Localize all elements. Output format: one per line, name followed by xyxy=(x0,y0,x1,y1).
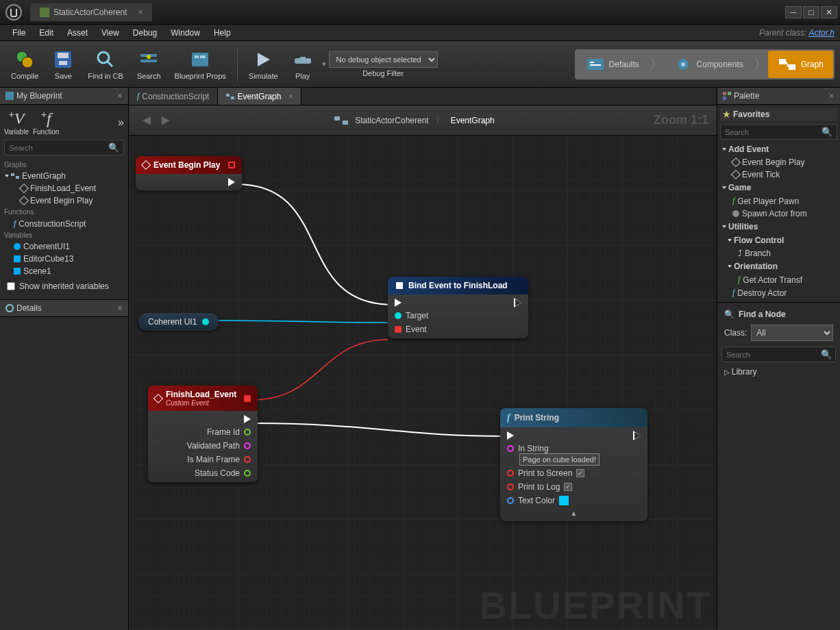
output-pin[interactable] xyxy=(244,456,251,463)
menu-help[interactable]: Help xyxy=(207,25,238,40)
text-color-pin[interactable] xyxy=(507,497,514,504)
output-pin[interactable] xyxy=(244,442,251,449)
graph-tab[interactable]: Graph xyxy=(768,51,833,78)
close-icon[interactable]: × xyxy=(117,303,123,314)
delegate-pin[interactable] xyxy=(228,162,235,168)
expand-icon[interactable]: » xyxy=(118,116,124,129)
minimize-button[interactable]: ─ xyxy=(785,6,802,18)
find-search-input[interactable] xyxy=(726,351,821,359)
graph-canvas[interactable]: Event Begin Play Coherent UI1 Bind Event… xyxy=(129,136,717,630)
menu-file[interactable]: File xyxy=(5,25,32,40)
exec-out-pin[interactable] xyxy=(228,178,235,186)
construction-tab[interactable]: f ConstructionScript xyxy=(129,88,218,105)
construction-script-item[interactable]: fConstructionScript xyxy=(4,217,124,230)
eventgraph-tab[interactable]: EventGraph × xyxy=(218,88,301,105)
exec-in-pin[interactable] xyxy=(507,431,514,440)
print-screen-checkbox[interactable]: ✓ xyxy=(576,469,584,477)
class-select[interactable]: All xyxy=(751,325,833,341)
props-button[interactable]: Blueprint Props xyxy=(169,46,232,83)
simulate-button[interactable]: Simulate xyxy=(243,46,284,83)
breadcrumb-root[interactable]: StaticActorCoherent xyxy=(355,116,428,125)
add-variable-button[interactable]: +V Variable xyxy=(4,109,29,136)
maximize-button[interactable]: □ xyxy=(803,6,819,18)
compile-button[interactable]: Compile xyxy=(5,46,44,83)
search-button[interactable]: Search xyxy=(132,46,166,83)
event-graph-item[interactable]: EventGraph xyxy=(4,170,124,182)
branch-item[interactable]: ⤴Branch xyxy=(720,247,837,260)
back-button[interactable]: ◄ xyxy=(137,111,156,130)
palette-tab[interactable]: Palette × xyxy=(717,88,840,105)
var-output-pin[interactable] xyxy=(202,318,209,325)
play-dropdown-icon[interactable]: ▾ xyxy=(322,60,326,68)
palette-search-input[interactable] xyxy=(725,128,822,136)
get-player-pawn-item[interactable]: fGet Player Pawn xyxy=(720,194,837,207)
breadcrumb-leaf[interactable]: EventGraph xyxy=(451,116,495,125)
node-event-begin-play[interactable]: Event Begin Play xyxy=(136,156,242,190)
add-function-button[interactable]: +f Function xyxy=(33,109,59,136)
save-button[interactable]: Save xyxy=(47,46,79,83)
finishload-event-item[interactable]: FinishLoad_Event xyxy=(4,182,124,194)
debug-object-select[interactable]: No debug object selected xyxy=(329,51,438,68)
show-inherited-row[interactable]: Show inherited variables xyxy=(4,277,124,295)
details-tab[interactable]: Details × xyxy=(0,300,128,317)
node-finishload-event[interactable]: FinishLoad_Event Custom Event Frame Id V… xyxy=(148,386,258,482)
components-tab[interactable]: Components xyxy=(664,51,753,78)
in-string-input[interactable]: Page on cube loaded! xyxy=(519,453,600,466)
close-icon[interactable]: × xyxy=(288,92,293,101)
output-pin[interactable] xyxy=(244,470,251,477)
event-begin-play-item[interactable]: Event Begin Play xyxy=(4,194,124,207)
flow-control-section[interactable]: Flow Control xyxy=(720,234,837,247)
find-search[interactable]: 🔍 xyxy=(721,346,836,362)
collapse-icon[interactable]: ▲ xyxy=(507,509,641,517)
search-box[interactable]: 🔍 xyxy=(4,140,124,155)
exec-in-pin[interactable] xyxy=(395,299,402,307)
parent-class-link[interactable]: Actor.h xyxy=(808,28,835,38)
event-tick-item[interactable]: Event Tick xyxy=(720,168,837,181)
delegate-pin[interactable] xyxy=(244,395,251,402)
utilities-section[interactable]: Utilities xyxy=(720,220,837,234)
menu-asset[interactable]: Asset xyxy=(60,25,95,40)
title-tab[interactable]: StaticActorCoherent × xyxy=(30,3,152,21)
print-log-checkbox[interactable]: ✓ xyxy=(564,483,572,491)
get-transform-item[interactable]: fGet Actor Transf xyxy=(720,273,837,286)
event-begin-play-item[interactable]: Event Begin Play xyxy=(720,156,837,168)
print-screen-pin[interactable] xyxy=(507,470,514,477)
palette-search[interactable]: 🔍 xyxy=(720,124,837,140)
destroy-actor-item[interactable]: fDestroy Actor xyxy=(720,286,837,299)
close-icon[interactable]: × xyxy=(117,90,123,101)
exec-out-pin[interactable] xyxy=(515,299,521,307)
tab-close-icon[interactable]: × xyxy=(138,8,143,17)
close-button[interactable]: ✕ xyxy=(821,6,837,18)
close-icon[interactable]: × xyxy=(829,90,835,101)
print-log-pin[interactable] xyxy=(507,483,514,490)
event-pin[interactable] xyxy=(395,326,402,333)
play-button[interactable]: Play xyxy=(286,46,319,83)
target-pin[interactable] xyxy=(395,312,402,319)
in-string-pin[interactable] xyxy=(507,445,514,452)
node-print-string[interactable]: f Print String In String Page on cube lo… xyxy=(500,408,647,521)
var-scene[interactable]: Scene1 xyxy=(4,265,124,277)
node-coherent-var[interactable]: Coherent UI1 xyxy=(138,313,219,331)
library-item[interactable]: ▷ Library xyxy=(721,365,836,379)
show-inherited-checkbox[interactable] xyxy=(7,282,15,290)
add-event-section[interactable]: Add Event xyxy=(720,142,837,156)
forward-button[interactable]: ► xyxy=(156,111,175,130)
menu-edit[interactable]: Edit xyxy=(32,25,60,40)
exec-out-pin[interactable] xyxy=(634,431,641,440)
search-input[interactable] xyxy=(9,144,108,152)
exec-out-pin[interactable] xyxy=(244,415,251,423)
menu-view[interactable]: View xyxy=(95,25,126,40)
my-blueprint-tab[interactable]: My Blueprint × xyxy=(0,88,128,105)
menu-debug[interactable]: Debug xyxy=(126,25,164,40)
var-coherent[interactable]: CoherentUI1 xyxy=(4,240,124,253)
menu-window[interactable]: Window xyxy=(164,25,207,40)
spawn-actor-item[interactable]: Spawn Actor from xyxy=(720,207,837,220)
orientation-section[interactable]: Orientation xyxy=(720,260,837,273)
text-color-swatch[interactable] xyxy=(559,496,569,505)
find-button[interactable]: Find in CB xyxy=(82,46,128,83)
output-pin[interactable] xyxy=(244,429,251,436)
defaults-tab[interactable]: Defaults xyxy=(576,51,649,78)
game-section[interactable]: Game xyxy=(720,181,837,194)
favorites-section[interactable]: ★ Favorites xyxy=(720,108,837,121)
var-cube[interactable]: EditorCube13 xyxy=(4,253,124,265)
